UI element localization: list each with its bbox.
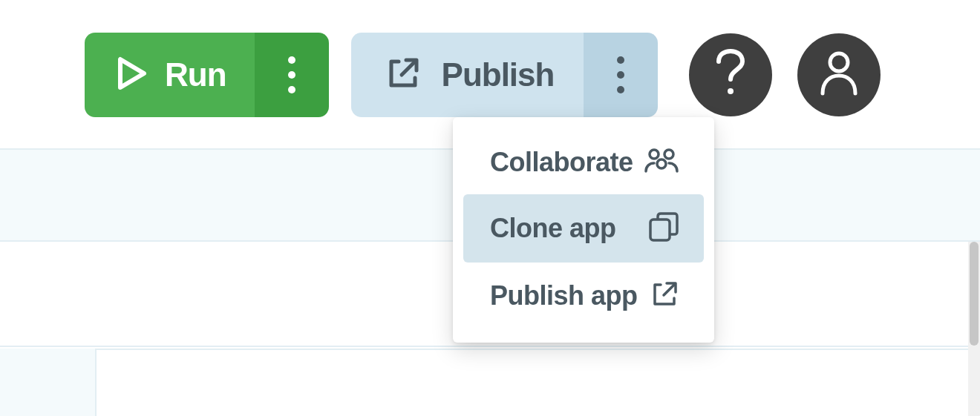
help-button[interactable] — [689, 33, 772, 116]
run-button[interactable]: Run — [85, 33, 255, 117]
run-more-button[interactable] — [255, 33, 329, 117]
publish-more-button[interactable] — [584, 33, 658, 117]
svg-point-2 — [650, 150, 659, 159]
external-link-icon — [649, 279, 680, 313]
svg-rect-5 — [650, 219, 670, 240]
bottom-panel — [95, 349, 980, 416]
menu-item-collaborate[interactable]: Collaborate — [463, 131, 704, 194]
publish-button[interactable]: Publish — [351, 33, 584, 117]
scrollbar-thumb[interactable] — [970, 242, 979, 346]
publish-button-group: Publish — [351, 33, 659, 117]
run-button-group: Run — [85, 33, 329, 117]
account-button[interactable] — [797, 33, 881, 116]
menu-item-clone-app[interactable]: Clone app — [463, 194, 704, 263]
publish-dropdown-menu: Collaborate Clone app Publish app — [453, 117, 714, 343]
svg-point-0 — [728, 88, 734, 94]
publish-button-label: Publish — [442, 56, 555, 93]
top-toolbar: Run Publish — [85, 33, 881, 117]
question-mark-icon — [711, 48, 750, 102]
svg-point-4 — [657, 159, 666, 168]
toolbar-icon-group — [689, 33, 881, 116]
play-icon — [117, 56, 147, 93]
run-button-label: Run — [165, 56, 226, 93]
copy-icon — [647, 211, 680, 246]
external-link-icon — [384, 54, 422, 96]
svg-point-3 — [664, 150, 673, 159]
vertical-scrollbar[interactable] — [968, 242, 980, 416]
menu-item-label: Clone app — [490, 213, 616, 244]
more-vertical-icon — [617, 56, 624, 93]
person-icon — [818, 50, 860, 99]
more-vertical-icon — [288, 56, 295, 93]
menu-item-publish-app[interactable]: Publish app — [463, 263, 704, 329]
svg-point-1 — [830, 53, 848, 71]
menu-item-label: Publish app — [490, 280, 638, 311]
menu-item-label: Collaborate — [490, 147, 633, 178]
people-icon — [643, 148, 680, 177]
